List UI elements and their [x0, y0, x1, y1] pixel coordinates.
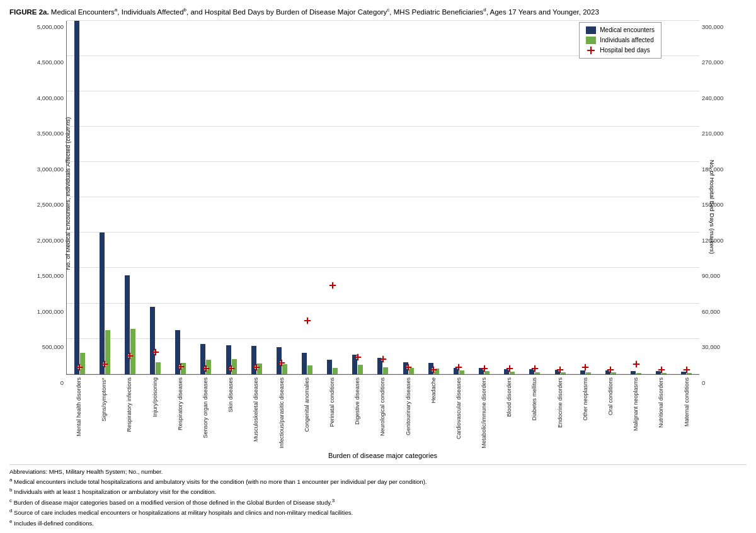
footnote-b: b Individuals with at least 1 hospitaliz… [9, 486, 747, 496]
x-label: Respiratory infections [117, 375, 142, 450]
bar-group [345, 21, 370, 374]
svg-rect-29 [178, 366, 183, 367]
svg-rect-84 [456, 367, 462, 368]
svg-rect-114 [608, 369, 614, 370]
x-axis-title: Burden of disease major categories [66, 452, 699, 459]
y-tick: 3,500,000 [37, 130, 64, 137]
bar-medical [631, 371, 636, 374]
bar-group [598, 21, 623, 374]
bar-group [446, 21, 471, 374]
svg-rect-104 [558, 369, 563, 370]
x-label: Signs/symptomsᵉ [91, 375, 117, 450]
svg-rect-39 [229, 368, 234, 369]
beddays-marker [582, 364, 589, 372]
svg-rect-119 [633, 364, 639, 365]
svg-rect-99 [532, 368, 537, 369]
bar-individuals [307, 365, 312, 374]
chart-inner: Medical encounters Individuals affected [66, 21, 699, 462]
y-tick: 2,500,000 [37, 201, 64, 208]
beddays-marker [202, 365, 209, 374]
bar-group [573, 21, 598, 374]
y-axis-left-ticks: 5,000,000 4,500,000 4,000,000 3,500,000 … [9, 21, 66, 462]
bar-group [421, 21, 446, 374]
x-label: Cardiovascular diseases [446, 375, 471, 450]
footnote-c: c Burden of disease major categories bas… [9, 497, 747, 507]
legend-swatch-individuals [586, 37, 596, 44]
beddays-marker [304, 317, 311, 325]
beddays-marker [557, 367, 564, 375]
bar-medical [100, 232, 105, 374]
svg-rect-129 [684, 369, 689, 370]
y-tick: 2,000,000 [37, 237, 64, 244]
y-tick: 1,000,000 [37, 308, 64, 315]
footnote-d: d Source of care includes medical encoun… [9, 507, 747, 517]
bar-group [547, 21, 573, 374]
page: FIGURE 2a. Medical Encountersa, Individu… [0, 0, 756, 533]
x-label: Digestive diseases [345, 375, 370, 450]
beddays-marker [253, 364, 260, 372]
x-label: Skin diseases [218, 375, 243, 450]
y-tick-right: 90,000 [702, 272, 720, 279]
bar-group [497, 21, 522, 374]
x-label: Malignant neoplasms [623, 375, 648, 450]
beddays-marker [633, 360, 639, 369]
y-axis-right-ticks: 300,000 270,000 240,000 210,000 180,000 … [699, 21, 747, 462]
bars-container [66, 21, 699, 375]
bar-group [370, 21, 396, 374]
y-tick-right: 0 [702, 379, 705, 386]
beddays-marker [228, 365, 235, 374]
bar-medical [327, 360, 332, 374]
beddays-marker [658, 367, 665, 375]
svg-rect-54 [304, 320, 310, 321]
beddays-marker [607, 367, 614, 375]
x-label: Other neoplasms [573, 375, 598, 450]
bar-group [168, 21, 193, 374]
bar-individuals [383, 367, 388, 374]
bar-medical [150, 307, 155, 374]
beddays-marker [506, 365, 513, 374]
svg-rect-94 [507, 368, 512, 369]
x-label: Injury/poisoning [142, 375, 168, 450]
svg-rect-24 [152, 352, 158, 353]
figure-title: FIGURE 2a. Medical Encountersa, Individu… [9, 6, 747, 17]
svg-rect-9 [77, 367, 83, 368]
legend-label-beddays: Hospital bed days [600, 47, 650, 54]
svg-rect-79 [431, 369, 437, 370]
bar-group [674, 21, 699, 374]
x-label: Sensory organ diseases [193, 375, 218, 450]
y-tick: 4,000,000 [37, 95, 64, 101]
svg-rect-124 [658, 369, 664, 370]
beddays-marker [683, 367, 690, 375]
beddays-marker [152, 349, 159, 357]
bar-group [320, 21, 345, 374]
svg-rect-19 [127, 355, 133, 357]
legend-swatch-beddays [586, 47, 596, 54]
beddays-marker [481, 365, 488, 374]
bar-group [142, 21, 168, 374]
x-label: Neurological conditions [370, 375, 395, 450]
svg-rect-59 [329, 285, 335, 286]
svg-rect-89 [481, 368, 487, 369]
bar-medical [302, 353, 307, 374]
beddays-marker [329, 282, 336, 290]
svg-rect-4 [588, 50, 594, 51]
bar-individuals [586, 372, 591, 374]
x-label: Musculoskeletal diseases [243, 375, 268, 450]
y-tick: 5,000,000 [37, 23, 64, 30]
x-label: Mental health disorders [66, 375, 91, 450]
legend-swatch-medical [586, 26, 596, 34]
x-label: Endocrine disorders [547, 375, 573, 450]
y-tick: 4,500,000 [37, 59, 64, 66]
x-label: Maternal conditions [674, 375, 699, 450]
y-tick-right: 240,000 [702, 95, 723, 101]
legend-item-individuals: Individuals affected [586, 37, 655, 44]
bar-medical [74, 21, 79, 374]
bar-group [117, 21, 142, 374]
x-label: Perinatal conditions [319, 375, 345, 450]
x-label: Genitourinary diseases [395, 375, 420, 450]
y-tick-right: 60,000 [702, 308, 720, 315]
bar-group [244, 21, 269, 374]
x-label: Infectious/parasitic diseases [269, 375, 294, 450]
svg-rect-14 [102, 364, 108, 365]
beddays-marker [76, 364, 83, 372]
